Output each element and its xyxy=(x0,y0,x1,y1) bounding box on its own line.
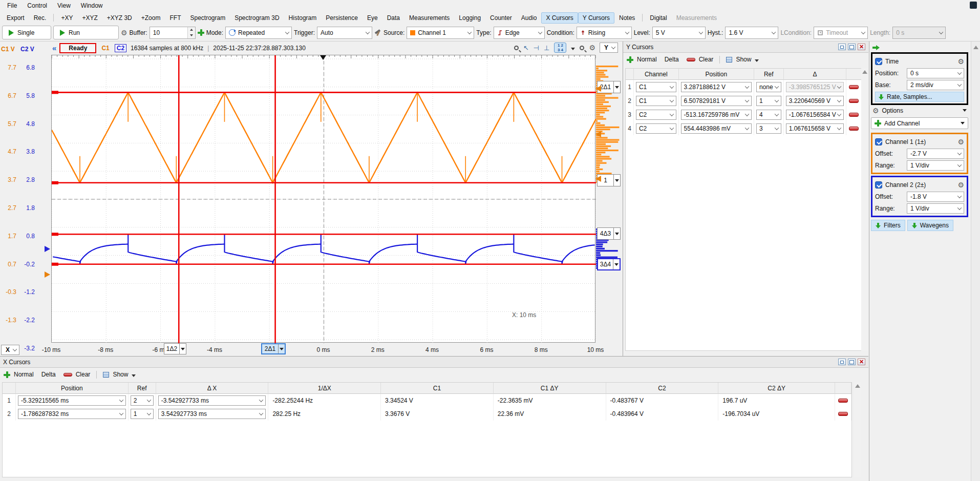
tab--xyz-3d[interactable]: +XYZ 3D xyxy=(102,12,137,24)
float-window-icon[interactable] xyxy=(838,44,846,50)
value-select[interactable]: -3.3985765125 V xyxy=(786,82,844,92)
add-channel-button[interactable]: Add Channel xyxy=(871,117,968,129)
remove-cursor-button[interactable] xyxy=(849,113,859,117)
value-select[interactable]: -3.542927733 ms xyxy=(158,395,266,406)
ycursor2-handle[interactable] xyxy=(595,86,601,92)
normal-cursor-button[interactable]: Normal xyxy=(14,371,34,378)
trigger-level-marker[interactable] xyxy=(595,131,601,137)
tab-notes[interactable]: Notes xyxy=(614,12,640,24)
menu-control[interactable]: Control xyxy=(22,1,52,11)
clear-cursors-button[interactable]: Clear xyxy=(76,371,91,378)
source-select[interactable]: Channel 1 xyxy=(407,27,474,39)
maximize-window-icon[interactable] xyxy=(848,359,856,365)
fit-vertical-icon[interactable]: ⊥ xyxy=(544,44,549,52)
menu-view[interactable]: View xyxy=(52,1,76,11)
value-select[interactable]: 554.4483986 mV xyxy=(681,123,752,134)
y-table-scrollbar[interactable] xyxy=(861,68,868,351)
value-select[interactable]: 1.067615658 V xyxy=(786,123,844,134)
menu-window[interactable]: Window xyxy=(76,1,108,11)
channel1-gear-icon[interactable]: ⚙ xyxy=(957,138,964,145)
tab-fft[interactable]: FFT xyxy=(165,12,185,24)
tab-persistence[interactable]: Persistence xyxy=(321,12,363,24)
expand-right-icon[interactable] xyxy=(872,45,880,50)
single-button[interactable]: Single xyxy=(2,26,51,39)
menu-file[interactable]: File xyxy=(2,1,22,11)
x-axis-selector[interactable]: X xyxy=(1,345,19,355)
show-menu-button[interactable]: Show xyxy=(736,56,751,63)
close-icon[interactable]: ✕ xyxy=(858,44,865,50)
undo-zoom-icon[interactable]: « xyxy=(52,44,55,52)
channel1-chip[interactable]: C1 xyxy=(100,45,110,52)
remove-cursor-button[interactable] xyxy=(849,99,859,103)
delta-cursor-button[interactable]: Delta xyxy=(41,371,56,378)
tab-measurements[interactable]: Measurements xyxy=(672,12,721,24)
condition-select[interactable]: Rising xyxy=(577,27,632,39)
remove-cursor-button[interactable] xyxy=(838,412,848,416)
y-cursors-titlebar[interactable]: Y Cursors ✕ xyxy=(623,41,868,53)
tab-x-cursors[interactable]: X Cursors xyxy=(541,12,578,24)
mode-select[interactable]: Repeated xyxy=(225,27,292,39)
tab-counter[interactable]: Counter xyxy=(485,12,517,24)
close-icon[interactable]: ✕ xyxy=(858,359,865,365)
tab-spectrogram-3d[interactable]: Spectrogram 3D xyxy=(230,12,284,24)
pointer-icon[interactable]: ↖ xyxy=(523,44,529,52)
tab-y-cursors[interactable]: Y Cursors xyxy=(578,12,614,24)
value-select[interactable]: -1.786287832 ms xyxy=(18,409,126,419)
tab--xy[interactable]: +XY xyxy=(56,12,77,24)
zoom-in-icon[interactable] xyxy=(514,46,519,50)
tab-rec-[interactable]: Rec. xyxy=(29,12,51,24)
wavegens-button[interactable]: Wavegens xyxy=(907,220,953,231)
buffer-spinner[interactable] xyxy=(187,27,195,38)
tab--zoom[interactable]: +Zoom xyxy=(137,12,165,24)
channel2-offset-select[interactable]: -1.8 V xyxy=(907,192,964,202)
buffer-gear-icon[interactable]: ⚙ xyxy=(121,29,127,36)
waveform-plot[interactable] xyxy=(51,55,595,343)
value-select[interactable]: C2 xyxy=(636,123,676,134)
remove-cursor-button[interactable] xyxy=(849,85,859,89)
value-select[interactable]: 3.287188612 V xyxy=(681,82,752,92)
time-gear-icon[interactable]: ⚙ xyxy=(957,58,964,65)
time-position-select[interactable]: 0 s xyxy=(907,68,964,78)
value-select[interactable]: C1 xyxy=(636,96,676,106)
xcursor-badge-2d1[interactable]: 2Δ1 xyxy=(261,343,286,354)
add-view-icon[interactable] xyxy=(198,29,204,36)
channel1-checkbox[interactable] xyxy=(875,138,882,145)
ycursor1-handle[interactable] xyxy=(595,176,601,182)
value-select[interactable]: C1 xyxy=(636,82,676,92)
value-select[interactable]: 2 xyxy=(131,395,154,406)
ycursor-badge-4d3[interactable]: 4Δ3 xyxy=(597,227,621,240)
tab-measurements[interactable]: Measurements xyxy=(404,12,454,24)
value-select[interactable]: -5.329215565 ms xyxy=(18,395,126,406)
magnifier-icon[interactable] xyxy=(580,46,584,50)
channel2-range-select[interactable]: 1 V/div xyxy=(907,203,964,214)
trigger-tool-icon[interactable] xyxy=(374,29,381,36)
rate-samples-button[interactable]: Rate, Samples... xyxy=(875,92,964,102)
level-select[interactable]: 5 V xyxy=(652,27,706,39)
time-base-select[interactable]: 2 ms/div xyxy=(907,80,964,90)
filters-button[interactable]: Filters xyxy=(871,220,905,231)
show-menu-button[interactable]: Show xyxy=(113,371,128,378)
tab-eye[interactable]: Eye xyxy=(363,12,382,24)
channel2-gear-icon[interactable]: ⚙ xyxy=(957,181,964,189)
y-axis-selector[interactable]: Y xyxy=(600,43,618,53)
value-select[interactable]: 1 xyxy=(131,409,154,419)
value-select[interactable]: 3 xyxy=(756,123,781,134)
type-select[interactable]: Edge xyxy=(494,27,545,39)
tab-digital[interactable]: Digital xyxy=(645,12,671,24)
value-select[interactable]: 3.220640569 V xyxy=(786,96,844,106)
settings-scrollbar[interactable] xyxy=(971,41,980,481)
value-select[interactable]: -513.167259786 mV xyxy=(681,110,752,120)
tab-data[interactable]: Data xyxy=(382,12,404,24)
tab-export[interactable]: Export xyxy=(2,12,29,24)
value-select[interactable]: 4 xyxy=(756,110,781,120)
channel2-chip[interactable]: C2 xyxy=(115,44,126,52)
tab-audio[interactable]: Audio xyxy=(517,12,542,24)
x-cursors-titlebar[interactable]: X Cursors ✕ xyxy=(0,357,868,368)
xcursor-badge-1d2[interactable]: 1Δ2 xyxy=(164,343,186,354)
float-window-icon[interactable] xyxy=(838,359,846,365)
channel2-checkbox[interactable] xyxy=(875,181,882,189)
hysteresis-select[interactable]: 1.6 V xyxy=(725,27,778,39)
tab-logging[interactable]: Logging xyxy=(454,12,485,24)
trigger-position-marker[interactable] xyxy=(320,55,326,60)
value-select[interactable]: C2 xyxy=(636,110,676,120)
